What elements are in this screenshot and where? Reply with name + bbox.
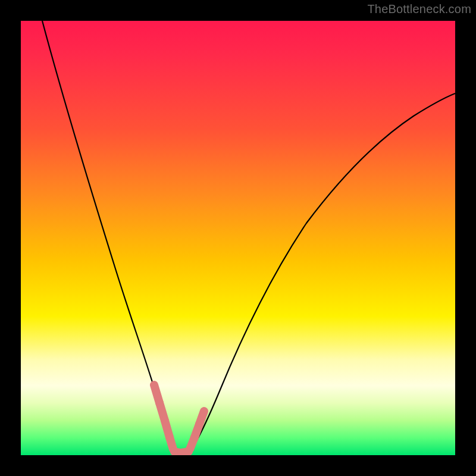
highlight-band-group — [154, 385, 204, 453]
curve-svg — [21, 21, 455, 455]
svg-line-3 — [170, 437, 173, 449]
svg-line-8 — [199, 411, 204, 424]
plot-area — [21, 21, 455, 455]
watermark-text: TheBottleneck.com — [367, 2, 471, 16]
chart-frame: TheBottleneck.com — [0, 0, 476, 476]
bottleneck-curve-path — [42, 21, 455, 455]
